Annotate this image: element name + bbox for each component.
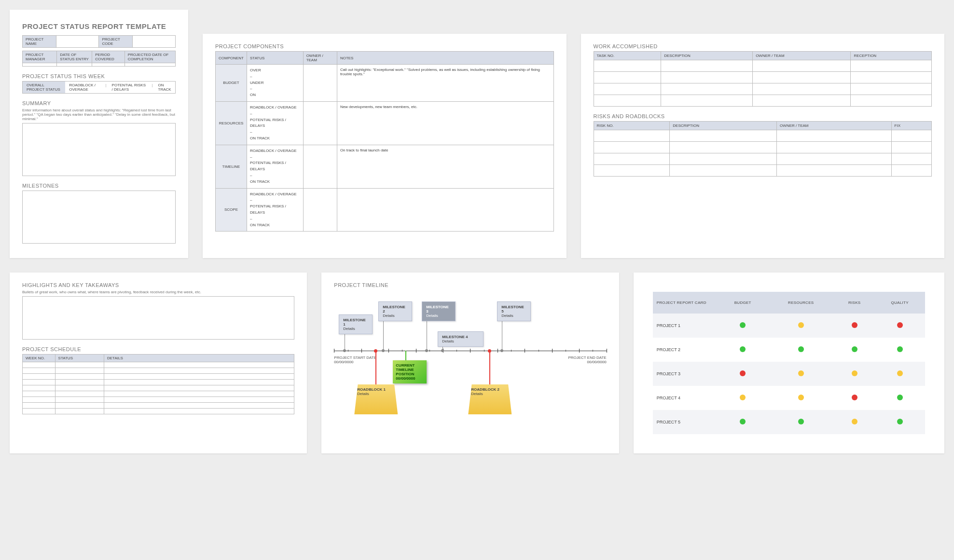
status-dot-y [852, 370, 857, 376]
milestone-4-dot [441, 349, 444, 352]
current-position-note[interactable]: CURRENT TIMELINE POSITION 00/00/0000 [393, 360, 427, 383]
status-dot-y [897, 370, 903, 376]
pm-label: PROJECT MANAGER [23, 51, 57, 63]
timeline-canvas: PROJECT START DATE00/00/0000 PROJECT END… [334, 293, 606, 437]
status-dot-g [740, 322, 746, 328]
status-dot-r [897, 322, 903, 328]
work-risks-card: WORK ACCOMPLISHED TASK NO.DESCRIPTIONOWN… [581, 34, 945, 258]
risks-title: RISKS AND ROADBLOCKS [594, 113, 932, 119]
report-card-table: PROJECT REPORT CARDBUDGETRESOURCESRISKSQ… [653, 292, 925, 434]
work-table: TASK NO.DESCRIPTIONOWNER / TEAMRECEPTION [594, 51, 932, 107]
status-dot-y [798, 322, 804, 328]
roadblock-1-box[interactable]: ROADBLOCK 1Details [354, 384, 398, 414]
status-opt-2[interactable]: POTENTIAL RISKS / DELAYS [108, 82, 151, 93]
milestone-2-box[interactable]: MILESTONE 2Details [378, 301, 412, 321]
hl-title: HIGHLIGHTS AND KEY TAKEAWAYS [22, 282, 294, 288]
component-resources: RESOURCES [216, 101, 247, 145]
component-timeline: TIMELINE [216, 145, 247, 188]
roadblock-2-box[interactable]: ROADBLOCK 2Details [468, 384, 512, 414]
status-dot-g [798, 346, 804, 352]
status-dot-g [798, 419, 804, 424]
milestone-3-box[interactable]: MILESTONE 3Details [422, 301, 456, 321]
status-dot-r [852, 395, 857, 400]
status-dot-r [740, 370, 746, 376]
status-opt-1[interactable]: ROADBLOCK / OVERAGE [65, 82, 104, 93]
milestone-1-box[interactable]: MILESTONE 1Details [339, 314, 373, 334]
components-title: PROJECT COMPONENTS [215, 43, 554, 49]
summary-desc: Enter information here about overall sta… [22, 108, 176, 121]
milestone-1-dot [343, 349, 346, 352]
report-card-row: PROJECT 4 [653, 386, 925, 410]
report-card-row: PROJECT 1 [653, 314, 925, 338]
date-entry-label: DATE OF STATUS ENTRY [57, 51, 92, 63]
work-title: WORK ACCOMPLISHED [594, 43, 932, 49]
milestones-box[interactable] [22, 191, 176, 244]
status-opt-3[interactable]: ON TRACK [154, 82, 175, 93]
report-card-row: PROJECT 3 [653, 362, 925, 386]
summary-box[interactable] [22, 123, 176, 176]
timeline-card: PROJECT TIMELINE PROJECT START DATE00/00… [321, 273, 619, 453]
hl-box[interactable] [22, 296, 294, 340]
period-label: PERIOD COVERED [92, 51, 124, 63]
report-title: PROJECT STATUS REPORT TEMPLATE [22, 22, 176, 30]
milestone-2-dot [382, 349, 385, 352]
milestones-title: MILESTONES [22, 183, 176, 189]
status-dot-y [852, 419, 857, 424]
status-dot-g [740, 346, 746, 352]
milestone-3-dot [425, 349, 428, 352]
project-name-value[interactable] [56, 36, 99, 48]
report-card-row: PROJECT 5 [653, 410, 925, 434]
status-dot-y [798, 395, 804, 400]
schedule-table: WEEK NO.STATUSDETAILS [22, 354, 294, 414]
project-code-label: PROJECT CODE [99, 36, 133, 48]
report-card-card: PROJECT REPORT CARDBUDGETRESOURCESRISKSQ… [634, 273, 944, 453]
proj-date-label: PROJECTED DATE OF COMPLETION [124, 51, 175, 63]
sched-title: PROJECT SCHEDULE [22, 346, 294, 352]
status-week-title: PROJECT STATUS THIS WEEK [22, 73, 176, 79]
status-dot-y [740, 395, 746, 400]
roadblock-2-dot [488, 349, 491, 353]
project-meta-table: PROJECT MANAGER DATE OF STATUS ENTRY PER… [22, 51, 176, 67]
highlights-card: HIGHLIGHTS AND KEY TAKEAWAYS Bullets of … [10, 273, 307, 453]
hl-desc: Bullets of great work, who owns what, wh… [22, 290, 294, 294]
project-code-value[interactable] [133, 36, 176, 48]
report-card-row: PROJECT 2 [653, 338, 925, 362]
milestone-5-box[interactable]: MILESTONE 5Details [497, 301, 531, 321]
timeline-title: PROJECT TIMELINE [334, 282, 606, 288]
milestone-4-box[interactable]: MILESTONE 4Details [438, 331, 484, 347]
project-components-card: PROJECT COMPONENTS COMPONENTSTATUSOWNER … [203, 34, 567, 258]
component-scope: SCOPE [216, 188, 247, 232]
summary-title: SUMMARY [22, 100, 176, 106]
status-report-card: PROJECT STATUS REPORT TEMPLATE PROJECT N… [10, 10, 188, 258]
milestone-5-dot [500, 349, 503, 352]
risks-table: RISK NO.DESCRIPTIONOWNER / TEAMFIX [594, 121, 932, 177]
status-dot-g [897, 346, 903, 352]
status-dot-g [740, 419, 746, 424]
status-dot-r [852, 322, 857, 328]
status-dot-g [897, 419, 903, 424]
overall-status-bar: OVERALL PROJECT STATUS ROADBLOCK / OVERA… [22, 81, 176, 94]
overall-label: OVERALL PROJECT STATUS [23, 82, 65, 93]
status-dot-y [798, 370, 804, 376]
timeline-end-label: PROJECT END DATE00/00/0000 [568, 355, 606, 364]
components-table: COMPONENTSTATUSOWNER / TEAMNOTES BUDGETO… [215, 51, 554, 232]
component-budget: BUDGET [216, 65, 247, 102]
status-dot-g [897, 395, 903, 400]
timeline-start-label: PROJECT START DATE00/00/0000 [334, 355, 376, 364]
project-id-table: PROJECT NAME PROJECT CODE [22, 35, 176, 48]
roadblock-1-dot [374, 349, 377, 353]
project-name-label: PROJECT NAME [23, 36, 56, 48]
status-dot-g [852, 346, 857, 352]
